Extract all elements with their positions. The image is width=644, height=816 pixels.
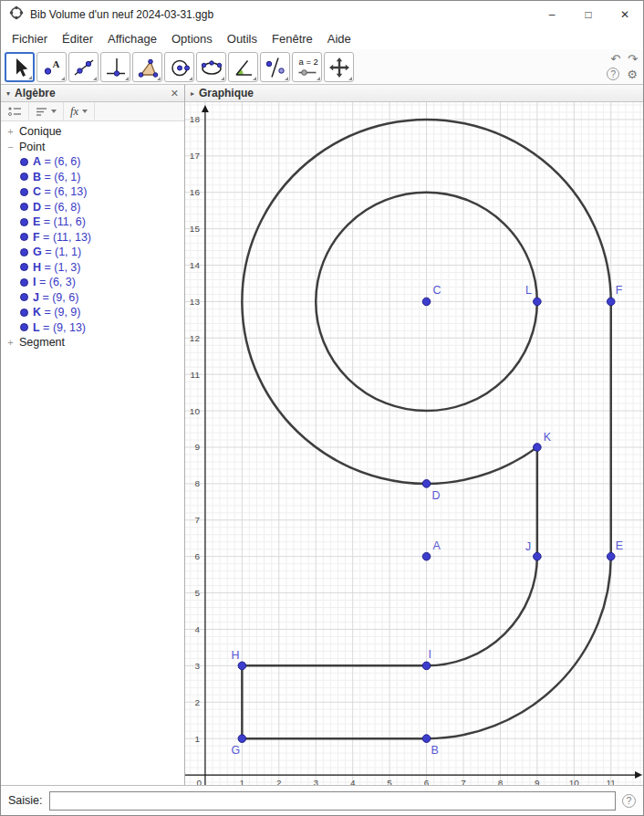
transform-tool[interactable] bbox=[260, 52, 290, 82]
graphics-view[interactable]: 0123456789101112345678910111213141516171… bbox=[185, 102, 643, 785]
tool-dropdown-icon[interactable] bbox=[221, 77, 224, 80]
point-K[interactable] bbox=[534, 444, 542, 452]
line-tool[interactable] bbox=[68, 52, 99, 82]
algebra-item-B[interactable]: B = (6, 1) bbox=[1, 170, 184, 185]
visibility-toggle[interactable] bbox=[20, 218, 28, 226]
settings-gear-icon[interactable]: ⚙ bbox=[627, 68, 638, 80]
point-A[interactable] bbox=[422, 552, 431, 560]
point-D[interactable] bbox=[422, 480, 431, 488]
point-H[interactable] bbox=[238, 662, 246, 670]
item-text: D = (6, 8) bbox=[33, 201, 80, 214]
tool-dropdown-icon[interactable] bbox=[28, 76, 32, 79]
expander-icon[interactable]: − bbox=[6, 141, 15, 152]
tool-dropdown-icon[interactable] bbox=[317, 77, 320, 80]
svg-text:12: 12 bbox=[190, 333, 201, 343]
auxiliary-objects-button[interactable] bbox=[1, 102, 29, 120]
algebra-item-D[interactable]: D = (6, 8) bbox=[1, 200, 184, 215]
tool-dropdown-icon[interactable] bbox=[189, 77, 192, 80]
chevron-down-icon bbox=[82, 110, 88, 113]
tool-dropdown-icon[interactable] bbox=[61, 77, 65, 80]
point-E[interactable] bbox=[607, 552, 615, 560]
circle-tool[interactable] bbox=[164, 52, 194, 82]
point-B[interactable] bbox=[422, 735, 431, 743]
polygon-tool[interactable] bbox=[132, 52, 162, 82]
menu-outils[interactable]: Outils bbox=[220, 29, 265, 48]
menu-affichage[interactable]: Affichage bbox=[100, 29, 164, 48]
close-button[interactable]: ✕ bbox=[607, 1, 643, 28]
algebra-item-L[interactable]: L = (9, 13) bbox=[1, 320, 184, 336]
visibility-toggle[interactable] bbox=[20, 278, 28, 287]
algebra-group-segment[interactable]: +Segment bbox=[1, 335, 184, 350]
visibility-toggle[interactable] bbox=[20, 309, 28, 317]
move-tool[interactable] bbox=[5, 52, 35, 82]
algebra-item-H[interactable]: H = (1, 3) bbox=[1, 260, 184, 276]
algebra-tree: +Conique−PointA = (6, 6)B = (6, 1)C = (6… bbox=[1, 121, 184, 785]
angle-tool[interactable] bbox=[228, 52, 258, 82]
command-input[interactable] bbox=[49, 791, 616, 811]
point-L[interactable] bbox=[534, 298, 542, 306]
input-help-button[interactable]: ? bbox=[622, 794, 636, 808]
svg-text:6: 6 bbox=[424, 778, 430, 785]
algebra-item-I[interactable]: I = (6, 3) bbox=[1, 275, 184, 290]
algebra-group-conique[interactable]: +Conique bbox=[1, 124, 184, 140]
expander-icon[interactable]: + bbox=[6, 126, 15, 137]
minimize-button[interactable]: – bbox=[534, 1, 570, 28]
tool-dropdown-icon[interactable] bbox=[93, 77, 97, 80]
point-C[interactable] bbox=[422, 298, 431, 306]
visibility-toggle[interactable] bbox=[20, 323, 28, 331]
y-axis-arrow-icon bbox=[202, 105, 209, 112]
menu-aide[interactable]: Aide bbox=[320, 29, 358, 48]
collapse-triangle-icon[interactable]: ▾ bbox=[6, 89, 10, 98]
visibility-toggle[interactable] bbox=[20, 173, 28, 181]
redo-button[interactable]: ↷ bbox=[628, 53, 638, 65]
move-view-tool[interactable] bbox=[324, 52, 354, 82]
graphics-canvas[interactable]: 0123456789101112345678910111213141516171… bbox=[185, 102, 643, 785]
point-G[interactable] bbox=[238, 735, 246, 743]
close-panel-icon[interactable]: ✕ bbox=[171, 88, 179, 99]
tool-dropdown-icon[interactable] bbox=[157, 77, 161, 80]
visibility-toggle[interactable] bbox=[20, 233, 28, 241]
svg-text:5: 5 bbox=[387, 778, 392, 785]
visibility-toggle[interactable] bbox=[20, 203, 28, 211]
algebra-item-A[interactable]: A = (6, 6) bbox=[1, 154, 184, 170]
algebra-item-E[interactable]: E = (11, 6) bbox=[1, 214, 184, 230]
sort-objects-button[interactable] bbox=[29, 102, 64, 120]
svg-text:1: 1 bbox=[240, 778, 245, 785]
help-button[interactable]: ? bbox=[607, 68, 619, 80]
perpendicular-tool[interactable] bbox=[100, 52, 130, 82]
menu-editer[interactable]: Éditer bbox=[55, 29, 100, 48]
visibility-toggle[interactable] bbox=[20, 293, 28, 301]
point-I[interactable] bbox=[422, 662, 431, 670]
tool-dropdown-icon[interactable] bbox=[348, 77, 352, 80]
undo-button[interactable]: ↶ bbox=[610, 53, 620, 65]
menu-fichier[interactable]: Fichier bbox=[5, 29, 55, 48]
point-tool[interactable]: A bbox=[36, 52, 67, 82]
tool-dropdown-icon[interactable] bbox=[285, 77, 288, 80]
main-area: ▾ Algèbre ✕ fx +Conique−PointA = (6, 6)B… bbox=[1, 85, 643, 785]
svg-text:5: 5 bbox=[194, 588, 200, 598]
tool-dropdown-icon[interactable] bbox=[253, 77, 256, 80]
visibility-toggle[interactable] bbox=[20, 188, 28, 196]
maximize-button[interactable]: □ bbox=[570, 1, 607, 28]
menu-fenetre[interactable]: Fenêtre bbox=[265, 29, 320, 48]
menu-options[interactable]: Options bbox=[164, 29, 220, 48]
visibility-toggle[interactable] bbox=[20, 248, 28, 256]
visibility-toggle[interactable] bbox=[20, 263, 28, 271]
algebra-item-J[interactable]: J = (9, 6) bbox=[1, 290, 184, 306]
algebra-group-point[interactable]: −Point bbox=[1, 140, 184, 155]
algebra-item-F[interactable]: F = (11, 13) bbox=[1, 230, 184, 246]
algebra-item-K[interactable]: K = (9, 9) bbox=[1, 305, 184, 320]
svg-text:15: 15 bbox=[190, 224, 201, 234]
tool-dropdown-icon[interactable] bbox=[125, 77, 129, 80]
conic-tool[interactable] bbox=[196, 52, 226, 82]
svg-text:8: 8 bbox=[194, 478, 200, 488]
fx-tools-button[interactable]: fx bbox=[64, 102, 95, 120]
algebra-item-G[interactable]: G = (1, 1) bbox=[1, 245, 184, 260]
point-F[interactable] bbox=[607, 298, 615, 306]
visibility-toggle[interactable] bbox=[20, 158, 28, 166]
algebra-item-C[interactable]: C = (6, 13) bbox=[1, 184, 184, 200]
collapse-triangle-icon[interactable]: ▸ bbox=[191, 89, 194, 98]
point-J[interactable] bbox=[534, 552, 542, 560]
expander-icon[interactable]: + bbox=[6, 337, 15, 348]
slider-tool[interactable]: a = 2 bbox=[292, 52, 322, 82]
